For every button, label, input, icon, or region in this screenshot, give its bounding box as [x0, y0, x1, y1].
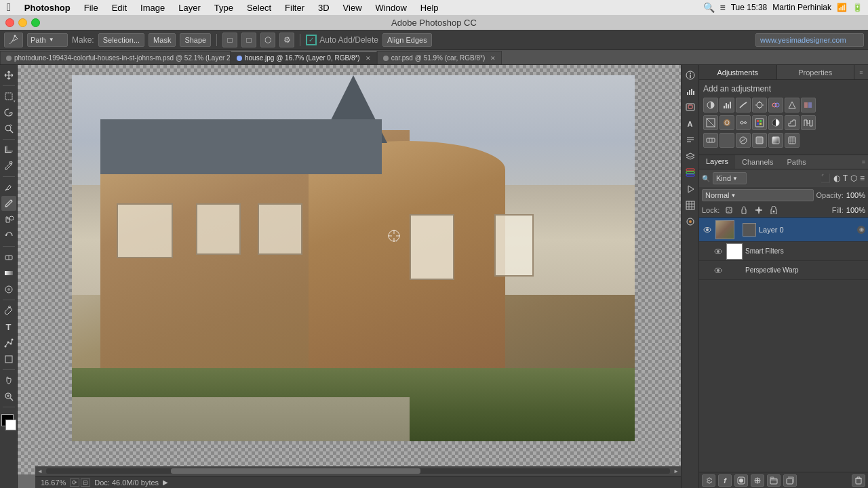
paragraph-icon[interactable]	[683, 133, 698, 148]
brush-tool[interactable]	[1, 196, 16, 211]
filter-smart-icon[interactable]: ≡	[859, 173, 865, 184]
character-icon[interactable]: A	[683, 117, 698, 131]
filter-shape-icon[interactable]: ⬡	[850, 173, 858, 184]
distribute-icon[interactable]: □	[241, 33, 256, 47]
tab-channels[interactable]: Channels	[735, 155, 780, 169]
align-edges-button[interactable]: Align Edges	[382, 33, 432, 47]
lock-image-btn[interactable]	[738, 205, 749, 216]
close-button[interactable]	[5, 18, 14, 27]
eyedropper-tool[interactable]	[1, 159, 16, 174]
background-color[interactable]	[5, 420, 16, 430]
canvas-proof-icon[interactable]: ⊟	[81, 479, 90, 487]
new-layer-btn[interactable]	[783, 474, 797, 487]
mask-button[interactable]: Mask	[149, 33, 176, 47]
gradient-tool[interactable]	[1, 266, 16, 281]
actions-icon[interactable]	[683, 182, 698, 197]
shape-button[interactable]: Shape	[180, 33, 211, 47]
lasso-tool[interactable]	[1, 105, 16, 120]
align-icon[interactable]: □	[222, 33, 237, 47]
scroll-left-btn[interactable]: ◄	[35, 466, 45, 476]
filter-kind-dropdown[interactable]: Kind ▼	[713, 172, 747, 184]
menu-window[interactable]: Window	[369, 0, 414, 15]
search-icon[interactable]: 🔍	[703, 2, 715, 13]
lock-position-btn[interactable]	[753, 205, 764, 216]
solid-color-fill-icon[interactable]	[752, 133, 767, 148]
menu-type[interactable]: Type	[208, 0, 240, 15]
levels-icon[interactable]	[719, 98, 734, 113]
eraser-tool[interactable]	[1, 249, 16, 264]
navigator-icon[interactable]	[683, 100, 698, 115]
selection-button[interactable]: Selection...	[98, 33, 144, 47]
brightness-contrast-icon[interactable]	[703, 98, 718, 113]
link-layers-btn[interactable]	[702, 474, 715, 487]
black-white-icon[interactable]	[703, 115, 718, 130]
menu-filter[interactable]: Filter	[278, 0, 311, 15]
scroll-right-btn[interactable]: ►	[671, 466, 681, 476]
smart-filters-item[interactable]: Smart Filters	[699, 242, 868, 261]
channels-icon[interactable]	[683, 165, 698, 180]
smart-filters-visibility[interactable]	[713, 246, 724, 257]
menu-3d[interactable]: 3D	[311, 0, 336, 15]
gradient-fill-icon[interactable]	[768, 133, 783, 148]
exposure-icon[interactable]	[752, 98, 767, 113]
posterize-icon[interactable]	[785, 115, 800, 130]
rectangular-marquee-tool[interactable]: ▾	[1, 89, 16, 104]
type-tool[interactable]: T	[1, 319, 16, 334]
crop-tool[interactable]	[1, 142, 16, 157]
vibrance-icon[interactable]	[768, 98, 783, 113]
blur-tool[interactable]	[1, 282, 16, 297]
tab-close-active[interactable]: ✕	[366, 55, 371, 62]
perspective-warp-item[interactable]: Perspective Warp	[699, 261, 868, 280]
path-selection-tool[interactable]	[1, 336, 16, 350]
menu-layer[interactable]: Layer	[172, 0, 208, 15]
menu-photoshop[interactable]: Photoshop	[18, 0, 77, 15]
selective-color-icon[interactable]	[703, 133, 718, 148]
horizontal-scrollbar[interactable]: ◄ ►	[35, 466, 681, 476]
menu-view[interactable]: View	[336, 0, 369, 15]
filter-pixel-icon[interactable]: ⬛	[820, 173, 831, 184]
color-balance-icon[interactable]	[801, 98, 816, 113]
lock-transparent-btn[interactable]	[724, 205, 734, 216]
delete-layer-btn[interactable]	[852, 474, 865, 487]
menu-select[interactable]: Select	[240, 0, 278, 15]
options-gear-icon[interactable]: ⚙	[279, 33, 294, 47]
threshold-icon[interactable]	[801, 115, 816, 130]
tab-properties[interactable]: Properties	[777, 65, 855, 79]
color-wheel-icon[interactable]	[683, 214, 698, 229]
histogram-icon[interactable]	[683, 84, 698, 99]
tab-adjustments[interactable]: Adjustments	[699, 65, 777, 79]
tab-paths[interactable]: Paths	[781, 155, 813, 169]
filter-adjustment-icon[interactable]: ◐	[833, 173, 841, 184]
layer-item-layer0[interactable]: Layer 0 ◉	[699, 218, 868, 242]
table-icon[interactable]	[683, 198, 698, 213]
shadow-highlight-icon[interactable]	[736, 133, 751, 148]
panel-menu-btn[interactable]: ≡	[862, 155, 868, 169]
arrange-icon[interactable]: ⬡	[260, 33, 275, 47]
tab-layers[interactable]: Layers	[699, 155, 735, 169]
channel-mixer-icon[interactable]	[736, 115, 751, 130]
quick-selection-tool[interactable]	[1, 121, 16, 136]
tab-close-car[interactable]: ✕	[490, 55, 496, 62]
hand-tool[interactable]	[1, 373, 16, 388]
layers-icon[interactable]	[683, 149, 698, 164]
filter-type-icon[interactable]: T	[842, 173, 848, 184]
invert-icon[interactable]	[768, 115, 783, 130]
add-layer-style-btn[interactable]: f	[718, 474, 732, 487]
hue-saturation-icon[interactable]	[785, 98, 800, 113]
minimize-button[interactable]	[18, 18, 27, 27]
gradient-map-icon[interactable]	[719, 133, 734, 148]
lock-all-btn[interactable]	[768, 205, 779, 216]
spot-healing-brush-tool[interactable]	[1, 180, 16, 195]
clone-stamp-tool[interactable]	[1, 212, 16, 227]
create-new-fill-btn[interactable]	[751, 474, 764, 487]
photo-filter-icon[interactable]	[719, 115, 734, 130]
create-group-btn[interactable]	[767, 474, 781, 487]
tab-house[interactable]: house.jpg @ 16.7% (Layer 0, RGB/8*) ✕	[231, 51, 377, 64]
notification-icon[interactable]: ≡	[720, 2, 726, 13]
pattern-fill-icon[interactable]	[785, 133, 800, 148]
menu-help[interactable]: Help	[414, 0, 446, 15]
menu-edit[interactable]: Edit	[105, 0, 134, 15]
menu-image[interactable]: Image	[134, 0, 172, 15]
zoom-tool[interactable]	[1, 389, 16, 404]
url-box[interactable]: www.yesimadesigner.com	[755, 33, 864, 47]
